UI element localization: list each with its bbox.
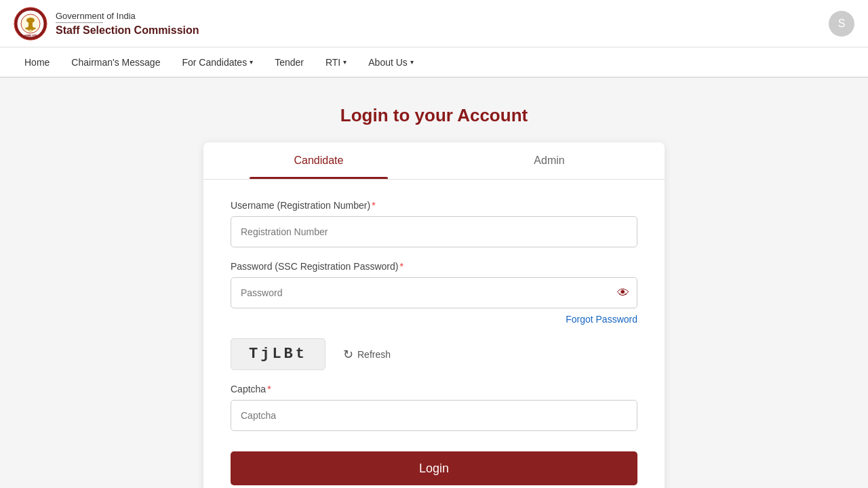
nav-rti-label: RTI [326, 57, 340, 68]
refresh-icon: ↻ [343, 347, 353, 362]
username-input[interactable] [231, 216, 637, 247]
site-header: सत्यमेव जयते Government of India Staff S… [0, 0, 868, 47]
tab-candidate[interactable]: Candidate [203, 142, 434, 179]
login-tabs: Candidate Admin [203, 142, 665, 180]
chevron-down-icon: ▾ [250, 58, 253, 66]
chevron-down-icon: ▾ [410, 58, 414, 66]
nav-home-label: Home [24, 57, 50, 68]
nav-home[interactable]: Home [14, 47, 60, 77]
username-group: Username (Registration Number)* [231, 200, 637, 247]
tab-candidate-label: Candidate [294, 155, 344, 166]
captcha-image: TjLBt [231, 338, 326, 370]
login-title: Login to your Account [203, 105, 665, 126]
svg-point-5 [25, 27, 36, 30]
tab-admin[interactable]: Admin [434, 142, 665, 179]
gov-label: Government of India [56, 11, 199, 21]
nav-about-us-label: About Us [368, 57, 408, 68]
search-circle-icon[interactable]: S [829, 11, 854, 37]
nav-chairmans-message-label: Chairman's Message [71, 57, 160, 68]
main-content: Login to your Account Candidate Admin Us… [0, 78, 868, 488]
password-input[interactable] [231, 277, 637, 308]
logo-section: सत्यमेव जयते Government of India Staff S… [14, 7, 199, 41]
eye-icon[interactable]: 👁 [617, 286, 629, 300]
svg-text:सत्यमेव जयते: सत्यमेव जयते [24, 34, 37, 37]
login-button[interactable]: Login [231, 451, 637, 485]
password-wrapper: 👁 [231, 277, 637, 308]
captcha-display-row: TjLBt ↻ Refresh [231, 338, 637, 370]
chevron-down-icon: ▾ [343, 58, 347, 66]
main-navbar: Home Chairman's Message For Candidates ▾… [0, 47, 868, 78]
login-container: Login to your Account Candidate Admin Us… [203, 105, 665, 488]
form-body: Username (Registration Number)* Password… [203, 180, 665, 485]
captcha-input[interactable] [231, 400, 637, 431]
emblem-icon: सत्यमेव जयते [14, 7, 47, 41]
captcha-label: Captcha* [231, 384, 637, 394]
nav-tender[interactable]: Tender [264, 47, 315, 77]
username-label: Username (Registration Number)* [231, 200, 637, 211]
svg-rect-4 [28, 22, 33, 28]
tab-admin-label: Admin [534, 155, 564, 166]
login-card: Candidate Admin Username (Registration N… [203, 142, 665, 488]
header-search[interactable]: S [829, 11, 854, 37]
required-star: * [267, 384, 271, 394]
required-star: * [399, 261, 403, 272]
header-divider [56, 22, 103, 23]
forgot-password-row: Forgot Password [231, 314, 637, 325]
password-group: Password (SSC Registration Password)* 👁 … [231, 261, 637, 325]
nav-chairmans-message[interactable]: Chairman's Message [60, 47, 171, 77]
nav-about-us[interactable]: About Us ▾ [357, 47, 425, 77]
nav-tender-label: Tender [275, 57, 304, 68]
forgot-password-link[interactable]: Forgot Password [566, 314, 637, 325]
password-label: Password (SSC Registration Password)* [231, 261, 637, 272]
nav-rti[interactable]: RTI ▾ [315, 47, 357, 77]
captcha-group: Captcha* [231, 384, 637, 431]
refresh-button[interactable]: ↻ Refresh [336, 343, 397, 366]
org-name-label: Staff Selection Commission [56, 24, 199, 37]
header-text-block: Government of India Staff Selection Comm… [56, 11, 199, 37]
required-star: * [372, 200, 375, 211]
svg-point-3 [26, 18, 35, 23]
refresh-label: Refresh [357, 349, 391, 360]
nav-for-candidates-label: For Candidates [182, 57, 247, 68]
nav-for-candidates[interactable]: For Candidates ▾ [171, 47, 264, 77]
